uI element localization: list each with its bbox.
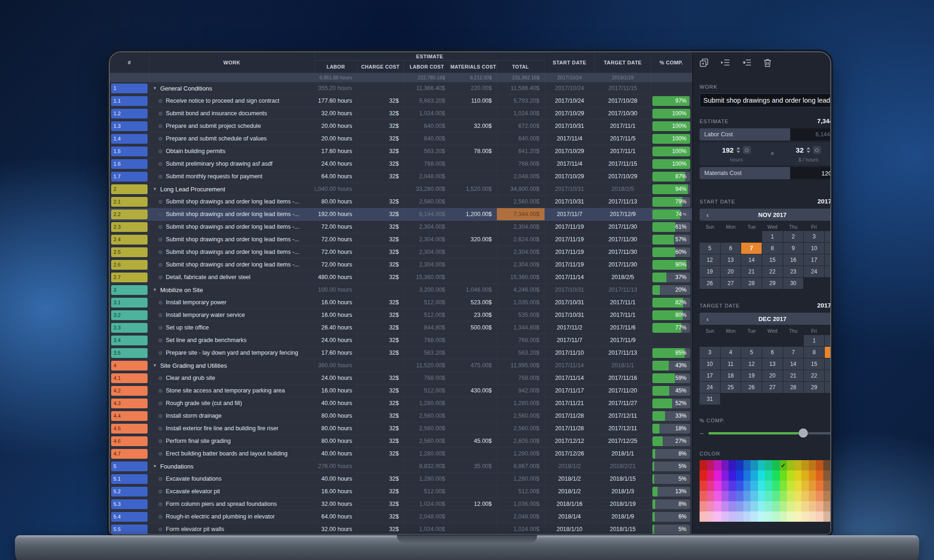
color-swatch[interactable] [700, 460, 707, 470]
collapse-list-icon[interactable] [721, 59, 730, 66]
color-swatch[interactable] [722, 511, 729, 522]
task-row[interactable]: 5.2Excavate elevator pit16.00 hours32$51… [110, 485, 692, 498]
target-date-cell[interactable]: 2017/11/13 [595, 196, 651, 208]
target-date-cell[interactable]: 2018/2/5 [595, 271, 651, 283]
labor-hours-cell[interactable]: 20.00 hours [315, 120, 357, 132]
start-date-cell[interactable]: 2017/11/19 [545, 246, 595, 258]
pct-comp-cell[interactable]: 33% [651, 410, 692, 422]
labor-hours-cell[interactable]: 80.00 hours [315, 410, 357, 422]
materials-cost-cell[interactable] [450, 422, 497, 434]
color-swatch[interactable] [816, 501, 823, 511]
pct-comp-cell[interactable]: 59% [651, 372, 692, 384]
color-swatch[interactable] [787, 460, 794, 470]
labor-hours-cell[interactable]: 40.00 hours [315, 397, 357, 409]
pct-comp-cell[interactable]: 6% [651, 511, 692, 523]
color-swatch[interactable] [722, 481, 729, 491]
col-header-target-date[interactable]: TARGET DATE [595, 52, 651, 73]
target-date-cell[interactable]: 2017/11/1 [595, 296, 651, 308]
task-name-cell[interactable]: Perform final site grading [149, 435, 315, 447]
task-name-cell[interactable]: Prepare site - lay down yard and tempora… [149, 347, 315, 359]
calendar-day[interactable]: 1 [804, 335, 824, 346]
start-date-cell[interactable]: 2017/11/14 [545, 372, 595, 384]
color-swatch[interactable] [801, 481, 809, 491]
charge-cost-cell[interactable]: 32$ [357, 120, 404, 132]
row-number-badge[interactable]: 1.1 [111, 96, 148, 106]
row-number-badge[interactable]: 2.1 [111, 197, 148, 207]
calendar-day[interactable]: 18 [825, 254, 831, 266]
calendar-day[interactable]: 24 [700, 382, 720, 393]
charge-cost-cell[interactable]: 32$ [357, 347, 404, 359]
task-name-cell[interactable]: Install exterior fire line and building … [149, 422, 315, 434]
task-row[interactable]: 1.6Submit preliminary shop drawing asf a… [110, 158, 692, 170]
target-date-cell[interactable]: 2018/1/9 [595, 511, 651, 523]
materials-cost-cell[interactable] [450, 271, 497, 283]
row-number-badge[interactable]: 5 [111, 462, 148, 471]
row-number-badge[interactable]: 3.4 [111, 336, 148, 345]
start-date-cell[interactable]: 2017/12/26 [545, 448, 595, 460]
calendar-day[interactable]: 21 [741, 266, 762, 277]
color-swatch[interactable] [801, 501, 809, 511]
calendar-day[interactable]: 10 [700, 358, 720, 370]
color-swatch[interactable] [816, 481, 823, 491]
row-number-cell[interactable]: 1.7 [110, 170, 149, 182]
row-number-badge[interactable]: 2.2 [111, 210, 148, 219]
calendar-day[interactable]: 4 [721, 347, 741, 358]
row-number-badge[interactable]: 2 [111, 184, 148, 194]
task-row[interactable]: 5.4Rough-in electric and plumbing in ele… [110, 511, 692, 523]
rate-stepper[interactable] [807, 147, 810, 153]
calendar-day[interactable]: 3 [700, 347, 720, 358]
materials-cost-cell[interactable] [450, 410, 497, 422]
labor-hours-cell[interactable]: 40.00 hours [315, 448, 357, 460]
labor-hours-cell[interactable]: 16.00 hours [315, 309, 357, 321]
labor-hours-cell[interactable]: 80.00 hours [315, 196, 357, 208]
labor-hours-cell[interactable]: 17.60 hours [315, 347, 357, 359]
task-name-cell[interactable]: Obtain building permits [149, 145, 315, 157]
labor-hours-cell[interactable]: 64.00 hours [315, 511, 357, 523]
charge-cost-cell[interactable]: 32$ [357, 397, 404, 409]
labor-hours-cell[interactable]: 32.00 hours [315, 523, 357, 534]
charge-cost-cell[interactable]: 32$ [357, 133, 404, 145]
color-swatch[interactable] [801, 511, 809, 522]
task-row[interactable]: 2.5Submit shop drawings and order long l… [110, 246, 692, 259]
task-row[interactable]: 2.3Submit shop drawings and order long l… [110, 221, 692, 233]
charge-cost-cell[interactable]: 32$ [357, 296, 404, 308]
calendar-day[interactable]: 16 [825, 358, 831, 370]
row-number-cell[interactable]: 4.7 [110, 448, 149, 460]
start-date-cell[interactable]: 2017/11/17 [545, 385, 595, 397]
row-number-badge[interactable]: 4.5 [111, 424, 148, 434]
charge-cost-cell[interactable]: 32$ [357, 196, 404, 208]
labor-hours-cell[interactable]: 40.00 hours [315, 473, 357, 485]
calendar-day[interactable]: 6 [721, 243, 741, 254]
color-swatch[interactable] [831, 460, 831, 470]
charge-cost-cell[interactable] [357, 359, 404, 371]
color-swatch[interactable] [816, 511, 823, 522]
calendar-day[interactable]: 23 [783, 266, 804, 277]
color-swatch[interactable] [722, 470, 729, 481]
materials-cost-cell[interactable] [450, 523, 497, 534]
target-date-cell[interactable]: 2017/11/1 [595, 145, 651, 157]
color-swatch[interactable] [765, 501, 772, 511]
task-name-cell[interactable]: ▼General Conditions [149, 82, 315, 94]
task-name-cell[interactable]: Form column piers and spread foundations [149, 498, 315, 510]
labor-hours-cell[interactable]: 20.00 hours [315, 133, 357, 145]
target-date-cell[interactable]: 2017/11/9 [595, 334, 651, 346]
target-date-cell[interactable]: 2018/1/15 [595, 523, 651, 534]
start-date-cell[interactable]: 2017/10/24 [545, 95, 595, 107]
materials-cost-cell[interactable]: 500.00$ [450, 322, 497, 334]
task-name-cell[interactable]: Submit shop drawings and order long lead… [149, 196, 315, 208]
labor-hours-cell[interactable]: 355.20 hours [315, 82, 357, 94]
col-header-labor[interactable]: LABOR [315, 61, 357, 73]
task-row[interactable]: 1.3Prepare and submit project schedule20… [110, 120, 692, 133]
color-swatch[interactable] [787, 481, 794, 491]
color-swatch[interactable] [729, 481, 736, 491]
materials-cost-cell[interactable] [450, 397, 497, 409]
color-swatch[interactable] [714, 491, 722, 501]
charge-cost-cell[interactable]: 32$ [357, 385, 404, 397]
row-number-badge[interactable]: 5.3 [111, 499, 148, 509]
labor-hours-cell[interactable]: 72.00 hours [315, 259, 357, 271]
color-swatch[interactable] [765, 511, 772, 522]
color-swatch[interactable] [787, 491, 794, 501]
color-swatch[interactable] [758, 481, 765, 491]
pct-comp-cell[interactable]: 5% [651, 473, 692, 485]
task-name-cell[interactable]: Prepare and submit schedule of values [149, 133, 315, 145]
